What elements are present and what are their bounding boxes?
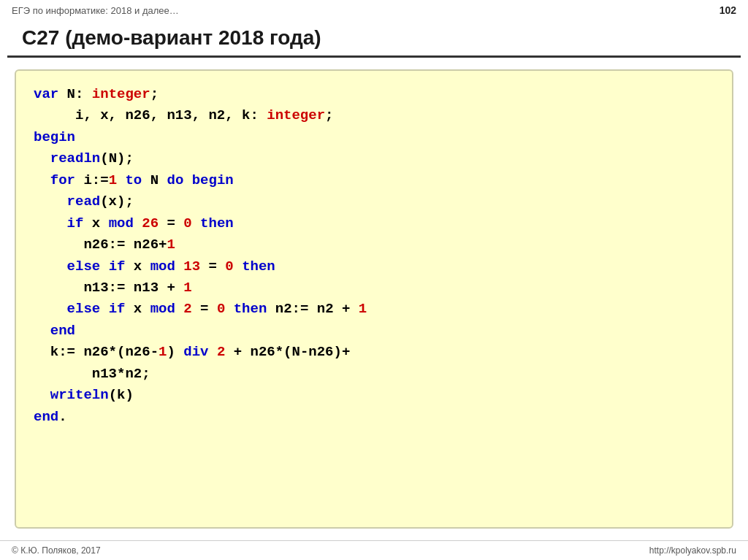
- kw-mod-2: mod: [150, 258, 175, 275]
- code-line-12: end: [34, 321, 714, 342]
- num-0-2: 0: [225, 258, 233, 275]
- kw-if-3: if: [109, 301, 126, 317]
- header: ЕГЭ по информатике: 2018 и далее… 102: [0, 0, 748, 19]
- kw-mod-1: mod: [109, 215, 134, 231]
- kw-writeln: writeln: [50, 387, 109, 403]
- num-0-1: 0: [183, 215, 191, 231]
- code-line-1: var N: integer;: [34, 84, 714, 105]
- page: ЕГЭ по информатике: 2018 и далее… 102 С2…: [0, 0, 748, 560]
- code-line-6: read(x);: [34, 191, 714, 212]
- kw-read: read: [67, 193, 101, 210]
- kw-if-1: if: [67, 215, 84, 231]
- type-integer-1: integer: [92, 86, 150, 102]
- kw-begin-1: begin: [34, 129, 75, 145]
- kw-var: var: [34, 86, 58, 102]
- code-line-15: writeln(k): [34, 385, 714, 406]
- kw-for: for: [50, 172, 75, 188]
- kw-else-1: else: [67, 258, 101, 275]
- type-integer-2: integer: [267, 107, 325, 123]
- kw-mod-3: mod: [150, 301, 175, 317]
- kw-then-2: then: [242, 258, 275, 275]
- kw-if-2: if: [109, 258, 126, 275]
- code-line-4: readln(N);: [34, 148, 714, 169]
- code-line-7: if x mod 26 = 0 then: [34, 213, 714, 234]
- code-block: var N: integer; i, x, n26, n13, n2, k: i…: [34, 84, 714, 428]
- num-1-n13: 1: [183, 280, 191, 296]
- slide-title: С27 (демо-вариант 2018 года): [7, 19, 741, 58]
- num-2-div: 2: [217, 344, 225, 360]
- kw-div: div: [183, 344, 208, 360]
- code-line-16: end.: [34, 407, 714, 428]
- code-line-13: k:= n26*(n26-1) div 2 + n26*(N-n26)+: [34, 342, 714, 363]
- code-line-8: n26:= n26+1: [34, 234, 714, 256]
- header-title: ЕГЭ по информатике: 2018 и далее…: [12, 5, 179, 16]
- code-line-9: else if x mod 13 = 0 then: [34, 256, 714, 277]
- kw-then-1: then: [200, 215, 234, 231]
- code-container: var N: integer; i, x, n26, n13, n2, k: i…: [15, 69, 733, 529]
- kw-readln: readln: [50, 150, 100, 166]
- kw-else-2: else: [67, 301, 101, 317]
- num-1-for: 1: [109, 172, 117, 188]
- kw-then-3: then: [234, 301, 267, 317]
- num-26: 26: [142, 215, 159, 231]
- footer: © К.Ю. Поляков, 2017 http://kpolyakov.sp…: [0, 540, 748, 560]
- num-2: 2: [183, 301, 191, 317]
- kw-to: to: [125, 172, 142, 188]
- num-13: 13: [183, 258, 200, 275]
- code-line-3: begin: [34, 127, 714, 148]
- footer-copyright: © К.Ю. Поляков, 2017: [12, 545, 101, 556]
- num-1-n2: 1: [359, 301, 367, 317]
- code-line-5: for i:=1 to N do begin: [34, 170, 714, 191]
- code-line-10: n13:= n13 + 1: [34, 277, 714, 299]
- code-line-14: n13*n2;: [34, 364, 714, 385]
- kw-end-2: end: [34, 409, 58, 425]
- kw-begin-2: begin: [192, 172, 234, 188]
- kw-end-1: end: [50, 323, 75, 339]
- num-0-3: 0: [217, 301, 225, 317]
- num-1-div: 1: [159, 344, 167, 360]
- num-1-n26: 1: [167, 237, 175, 253]
- code-line-11: else if x mod 2 = 0 then n2:= n2 + 1: [34, 299, 714, 320]
- code-line-2: i, x, n26, n13, n2, k: integer;: [34, 105, 714, 126]
- footer-url: http://kpolyakov.spb.ru: [649, 545, 736, 556]
- header-page-number: 102: [720, 4, 736, 16]
- kw-do: do: [167, 172, 183, 188]
